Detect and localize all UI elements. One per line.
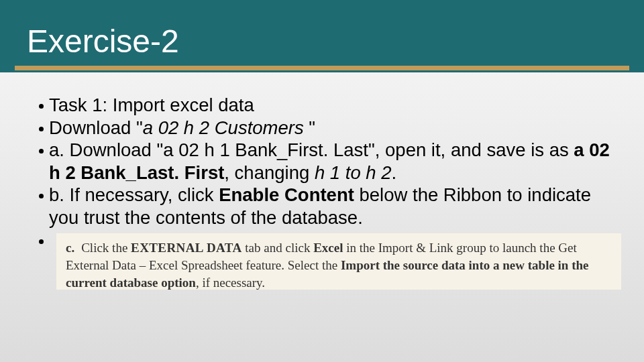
text: "	[309, 117, 315, 138]
embedded-instruction-box: c.Click the EXTERNAL DATA tab and click …	[56, 233, 621, 290]
bullet-1-text: Task 1: Import excel data	[49, 94, 619, 117]
text: a. Download "a 02 h 1 Bank_First. Last",…	[49, 139, 574, 160]
bullet-2-text: Download "a 02 h 2 Customers "	[49, 117, 619, 139]
bullet-icon	[39, 194, 44, 198]
bullet-1: Task 1: Import excel data	[39, 94, 619, 117]
text: tab and click	[242, 241, 314, 255]
bullet-icon	[39, 149, 44, 154]
bullet-4-text: b. If necessary, click Enable Content be…	[49, 184, 619, 229]
bullet-4: b. If necessary, click Enable Content be…	[39, 184, 619, 229]
italic-text: a 02 h 2 Customers	[143, 117, 309, 138]
content-area: Task 1: Import excel data Download "a 02…	[39, 94, 619, 229]
title-bar: Exercise-2	[0, 0, 644, 72]
bullet-icon	[39, 104, 44, 109]
bullet-3-text: a. Download "a 02 h 1 Bank_First. Last",…	[49, 139, 619, 184]
text: Click the	[81, 241, 131, 255]
bullet-icon	[39, 239, 44, 244]
text: , changing	[224, 162, 315, 183]
bullet-3: a. Download "a 02 h 1 Bank_First. Last",…	[39, 139, 619, 184]
slide-title: Exercise-2	[27, 23, 179, 60]
text: .	[392, 162, 397, 183]
title-underline	[15, 66, 629, 70]
text: , if necessary.	[196, 276, 265, 290]
bullet-icon	[39, 127, 44, 131]
bold-text: Excel	[313, 241, 343, 255]
bold-text: Enable Content	[219, 184, 354, 205]
embedded-label: c.	[66, 241, 74, 255]
text: b. If necessary, click	[49, 184, 219, 205]
text: Download "	[49, 117, 143, 138]
slide: Exercise-2 Task 1: Import excel data Dow…	[0, 0, 644, 362]
bullet-2: Download "a 02 h 2 Customers "	[39, 117, 619, 139]
italic-text: h 1 to h 2	[315, 162, 392, 183]
caps-text: EXTERNAL DATA	[131, 241, 242, 255]
